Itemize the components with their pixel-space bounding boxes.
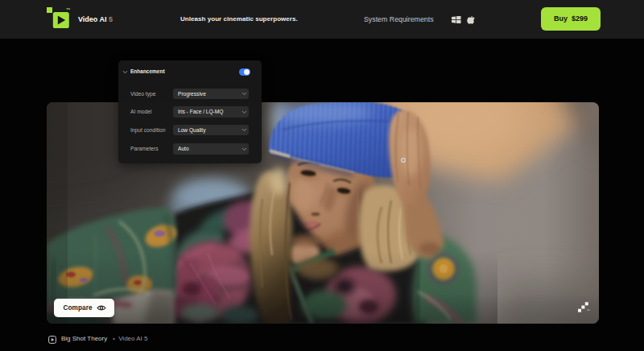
svg-text:™: ™: [66, 7, 70, 12]
svg-text:™: ™: [586, 308, 589, 312]
